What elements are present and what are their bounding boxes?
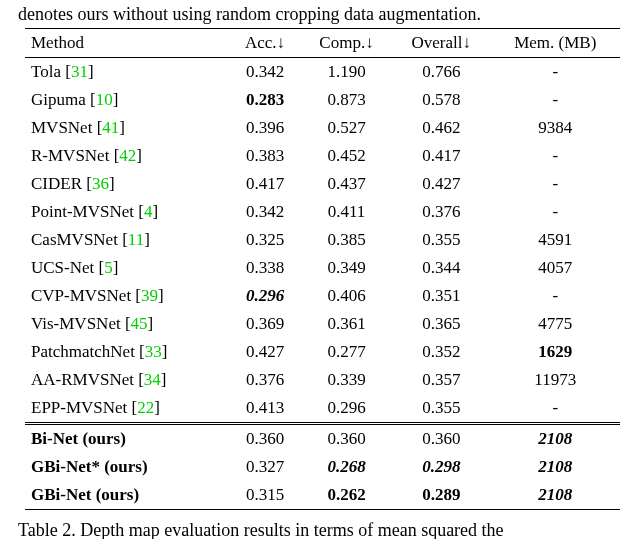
method-cell: Vis-MVSNet [45] [25,310,229,338]
table-row: Vis-MVSNet [45]0.3690.3610.3654775 [25,310,620,338]
table-row-ours: Bi-Net (ours)0.3600.3600.3602108 [25,423,620,453]
comp-cell: 0.411 [301,198,392,226]
method-cell: MVSNet [41] [25,114,229,142]
comp-cell: 0.361 [301,310,392,338]
mem-cell: - [490,170,620,198]
comp-cell: 0.527 [301,114,392,142]
method-cell: EPP-MVSNet [22] [25,394,229,424]
overall-cell: 0.360 [392,423,490,453]
mem-cell: 9384 [490,114,620,142]
mem-cell: 4591 [490,226,620,254]
table-row: R-MVSNet [42]0.3830.4520.417- [25,142,620,170]
comp-cell: 1.190 [301,57,392,86]
table-row: PatchmatchNet [33]0.4270.2770.3521629 [25,338,620,366]
table-row: EPP-MVSNet [22]0.4130.2960.355- [25,394,620,424]
method-cell: R-MVSNet [42] [25,142,229,170]
method-cell: UCS-Net [5] [25,254,229,282]
overall-cell: 0.357 [392,366,490,394]
overall-cell: 0.365 [392,310,490,338]
method-cell: GBi-Net* (ours) [25,453,229,481]
overall-cell: 0.578 [392,86,490,114]
citation-link[interactable]: 33 [145,342,162,361]
method-cell: Tola [31] [25,57,229,86]
acc-cell: 0.327 [229,453,301,481]
mem-cell: - [490,198,620,226]
acc-cell: 0.417 [229,170,301,198]
table-row-ours: GBi-Net (ours)0.3150.2620.2892108 [25,481,620,510]
acc-cell: 0.342 [229,198,301,226]
citation-link[interactable]: 31 [71,62,88,81]
citation-link[interactable]: 5 [104,258,113,277]
comp-cell: 0.360 [301,423,392,453]
table-row: CVP-MVSNet [39]0.2960.4060.351- [25,282,620,310]
method-cell: GBi-Net (ours) [25,481,229,510]
col-overall: Overall↓ [392,28,490,57]
mem-cell: 4057 [490,254,620,282]
citation-link[interactable]: 41 [102,118,119,137]
citation-link[interactable]: 42 [119,146,136,165]
comp-cell: 0.339 [301,366,392,394]
citation-link[interactable]: 36 [92,174,109,193]
caption-above: denotes ours without using random croppi… [0,0,640,26]
citation-link[interactable]: 45 [131,314,148,333]
acc-cell: 0.315 [229,481,301,510]
overall-cell: 0.766 [392,57,490,86]
mem-cell: 4775 [490,310,620,338]
mem-cell: - [490,394,620,424]
mem-cell: 2108 [490,481,620,510]
method-cell: CVP-MVSNet [39] [25,282,229,310]
mem-cell: 2108 [490,453,620,481]
overall-cell: 0.289 [392,481,490,510]
comp-cell: 0.296 [301,394,392,424]
citation-link[interactable]: 39 [141,286,158,305]
acc-cell: 0.296 [229,282,301,310]
table-row: Gipuma [10]0.2830.8730.578- [25,86,620,114]
table-row: MVSNet [41]0.3960.5270.4629384 [25,114,620,142]
overall-cell: 0.427 [392,170,490,198]
acc-cell: 0.325 [229,226,301,254]
table-row: Tola [31]0.3421.1900.766- [25,57,620,86]
table-row-ours: GBi-Net* (ours)0.3270.2680.2982108 [25,453,620,481]
comp-cell: 0.277 [301,338,392,366]
acc-cell: 0.413 [229,394,301,424]
table-row: Point-MVSNet [4]0.3420.4110.376- [25,198,620,226]
col-method: Method [25,28,229,57]
overall-cell: 0.355 [392,394,490,424]
col-mem: Mem. (MB) [490,28,620,57]
acc-cell: 0.376 [229,366,301,394]
col-acc: Acc.↓ [229,28,301,57]
acc-cell: 0.360 [229,423,301,453]
caption-prefix: Table 2. [18,520,80,539]
method-cell: CIDER [36] [25,170,229,198]
acc-cell: 0.396 [229,114,301,142]
mem-cell: - [490,142,620,170]
overall-cell: 0.344 [392,254,490,282]
overall-cell: 0.376 [392,198,490,226]
acc-cell: 0.427 [229,338,301,366]
citation-link[interactable]: 34 [144,370,161,389]
overall-cell: 0.352 [392,338,490,366]
comp-cell: 0.385 [301,226,392,254]
comp-cell: 0.349 [301,254,392,282]
overall-cell: 0.462 [392,114,490,142]
mem-cell: - [490,282,620,310]
comp-cell: 0.268 [301,453,392,481]
method-cell: PatchmatchNet [33] [25,338,229,366]
citation-link[interactable]: 10 [96,90,113,109]
acc-cell: 0.338 [229,254,301,282]
table-caption: Table 2. Depth map evaluation results in… [0,510,640,539]
results-table: Method Acc.↓ Comp.↓ Overall↓ Mem. (MB) T… [25,28,620,510]
citation-link[interactable]: 22 [137,398,154,417]
table-header-row: Method Acc.↓ Comp.↓ Overall↓ Mem. (MB) [25,28,620,57]
col-comp: Comp.↓ [301,28,392,57]
comp-cell: 0.437 [301,170,392,198]
method-cell: CasMVSNet [11] [25,226,229,254]
comp-cell: 0.873 [301,86,392,114]
citation-link[interactable]: 4 [144,202,153,221]
citation-link[interactable]: 11 [128,230,144,249]
method-cell: Bi-Net (ours) [25,423,229,453]
table-row: CIDER [36]0.4170.4370.427- [25,170,620,198]
comp-cell: 0.262 [301,481,392,510]
mem-cell: - [490,86,620,114]
overall-cell: 0.351 [392,282,490,310]
